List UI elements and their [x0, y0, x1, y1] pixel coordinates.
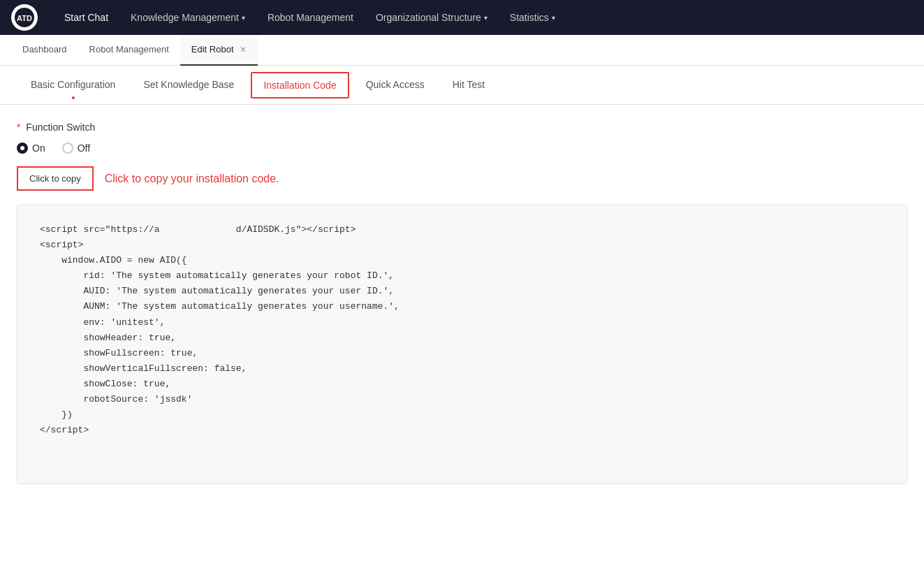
- code-line-10: showVerticalFullscreen: false,: [40, 363, 247, 374]
- code-line-14: </script>: [40, 425, 89, 435]
- tab-set-knowledge-base-label: Set Knowledge Base: [143, 79, 234, 90]
- code-block: <script src="https://a d/AIDSDK.js"></sc…: [17, 205, 907, 484]
- nav-knowledge-management-label: Knowledge Management: [131, 12, 239, 23]
- chevron-down-icon: ▾: [484, 14, 487, 22]
- code-line-1: <script src="https://a d/AIDSDK.js"></sc…: [40, 224, 356, 235]
- logo: ATD: [11, 4, 38, 31]
- tab-installation-code-label: Installation Code: [263, 80, 336, 91]
- breadcrumb-edit-robot-label: Edit Robot: [191, 44, 234, 54]
- function-switch-label: * Function Switch: [17, 122, 907, 133]
- tab-installation-code[interactable]: Installation Code: [251, 72, 349, 99]
- radio-on[interactable]: On: [17, 143, 45, 154]
- chevron-down-icon: ▾: [242, 14, 245, 22]
- radio-off[interactable]: Off: [62, 143, 90, 154]
- nav-items: Start Chat Knowledge Management ▾ Robot …: [54, 0, 565, 35]
- tab-basic-configuration-label: Basic Configuration: [31, 79, 115, 90]
- page-body: * Function Switch On Off Click to copy C…: [0, 105, 924, 575]
- radio-off-label: Off: [78, 143, 90, 154]
- code-line-13: }): [40, 409, 73, 420]
- nav-robot-management-label: Robot Management: [267, 12, 353, 23]
- breadcrumb-bar: Dashboard Robot Management Edit Robot ✕: [0, 35, 924, 66]
- nav-statistics[interactable]: Statistics ▾: [500, 0, 565, 35]
- svg-text:ATD: ATD: [17, 14, 32, 22]
- tab-dot-indicator: [72, 96, 75, 99]
- code-line-5: AUID: 'The system automatically generate…: [40, 286, 394, 296]
- copy-area: Click to copy Click to copy your install…: [17, 166, 907, 191]
- code-line-9: showFullscreen: true,: [40, 348, 198, 358]
- code-line-11: showClose: true,: [40, 379, 170, 389]
- nav-start-chat-label: Start Chat: [64, 12, 108, 23]
- nav-start-chat[interactable]: Start Chat: [54, 0, 118, 35]
- close-tab-icon[interactable]: ✕: [240, 45, 247, 54]
- code-line-7: env: 'unitest',: [40, 317, 165, 328]
- tab-quick-access-label: Quick Access: [366, 79, 425, 90]
- breadcrumb-dashboard-label: Dashboard: [22, 44, 67, 54]
- chevron-down-icon: ▾: [552, 14, 555, 22]
- code-line-4: rid: 'The system automatically generates…: [40, 270, 394, 281]
- nav-knowledge-management[interactable]: Knowledge Management ▾: [121, 0, 255, 35]
- code-line-6: AUNM: 'The system automatically generate…: [40, 301, 399, 312]
- copy-hint-text: Click to copy your installation code.: [105, 173, 279, 185]
- function-switch-text: Function Switch: [26, 122, 95, 133]
- breadcrumb-edit-robot[interactable]: Edit Robot ✕: [180, 35, 258, 66]
- top-navigation: ATD Start Chat Knowledge Management ▾ Ro…: [0, 0, 924, 35]
- breadcrumb-robot-management[interactable]: Robot Management: [78, 35, 180, 66]
- nav-robot-management[interactable]: Robot Management: [258, 0, 363, 35]
- code-line-3: window.AIDO = new AID({: [40, 255, 187, 265]
- code-line-2: <script>: [40, 240, 83, 250]
- radio-group: On Off: [17, 143, 907, 154]
- radio-on-circle: [17, 143, 28, 154]
- tab-basic-configuration[interactable]: Basic Configuration: [17, 66, 129, 105]
- breadcrumb-dashboard[interactable]: Dashboard: [11, 35, 78, 66]
- tab-set-knowledge-base[interactable]: Set Knowledge Base: [129, 66, 248, 105]
- radio-on-label: On: [32, 143, 45, 154]
- main-content: Basic Configuration Set Knowledge Base I…: [0, 66, 924, 575]
- tab-quick-access[interactable]: Quick Access: [352, 66, 439, 105]
- radio-off-circle: [62, 143, 73, 154]
- breadcrumb-robot-management-label: Robot Management: [89, 44, 169, 54]
- tab-hit-test[interactable]: Hit Test: [439, 66, 499, 105]
- nav-statistics-label: Statistics: [510, 12, 549, 23]
- nav-organizational-structure-label: Organizational Structure: [376, 12, 481, 23]
- tab-hit-test-label: Hit Test: [453, 79, 485, 90]
- sub-tabs: Basic Configuration Set Knowledge Base I…: [0, 66, 924, 105]
- nav-organizational-structure[interactable]: Organizational Structure ▾: [366, 0, 497, 35]
- code-line-12: robotSource: 'jssdk': [40, 394, 192, 405]
- copy-button[interactable]: Click to copy: [17, 166, 94, 191]
- logo-icon: ATD: [11, 4, 38, 31]
- required-marker: *: [17, 122, 20, 133]
- code-line-8: showHeader: true,: [40, 333, 176, 343]
